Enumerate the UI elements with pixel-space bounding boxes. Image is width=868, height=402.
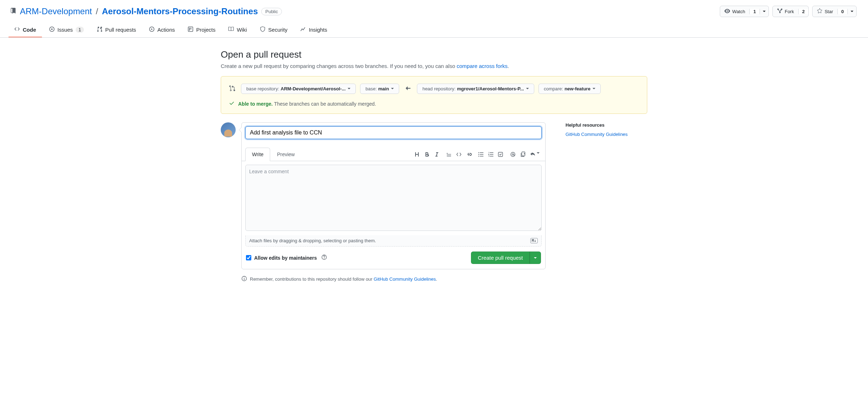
avatar[interactable] [221, 122, 236, 137]
markdown-icon[interactable]: M↓ [530, 238, 538, 243]
create-pr-button[interactable]: Create pull request [471, 252, 530, 264]
tab-insights-label: Insights [309, 27, 327, 33]
heading-icon[interactable] [414, 152, 420, 157]
breadcrumb: ARM-Development / Aerosol-Mentors-Proces… [20, 6, 258, 16]
watch-button[interactable]: Watch 1 [720, 6, 769, 17]
tab-wiki[interactable]: Wiki [223, 23, 252, 37]
desc-suffix: . [508, 63, 509, 69]
base-repo-label: base repository: [246, 86, 279, 91]
cross-reference-icon[interactable] [520, 152, 526, 157]
compare-forks-link[interactable]: compare across forks [457, 63, 508, 69]
bold-icon[interactable] [424, 152, 430, 157]
ordered-list-icon[interactable] [488, 152, 494, 157]
head-repo-label: head repository: [422, 86, 455, 91]
base-repo-value: ARM-Development/Aerosol-... [281, 86, 346, 91]
link-icon[interactable] [466, 152, 472, 157]
repo-actions: Watch 1 Fork 2 Star 0 [720, 6, 857, 17]
tab-code[interactable]: Code [9, 23, 42, 37]
attach-hint: Attach files by dragging & dropping, sel… [249, 238, 376, 243]
tab-issues-label: Issues [58, 27, 73, 33]
chevron-down-icon [391, 88, 394, 91]
base-branch-select[interactable]: base: main [360, 84, 399, 94]
allow-edits-checkbox[interactable] [246, 255, 251, 260]
star-label: Star [825, 9, 833, 14]
create-pr-dropdown[interactable] [530, 252, 541, 264]
head-repo-select[interactable]: head repository: mgrover1/Aerosol-Mentor… [417, 84, 534, 94]
fork-count[interactable]: 2 [798, 9, 808, 14]
chevron-down-icon [593, 88, 595, 91]
tab-security[interactable]: Security [254, 23, 293, 37]
watch-count[interactable]: 1 [749, 9, 759, 14]
compare-branch-label: compare: [544, 86, 563, 91]
preview-tab[interactable]: Preview [270, 148, 301, 161]
star-caret[interactable] [847, 9, 856, 14]
watch-caret[interactable] [760, 9, 768, 14]
svg-point-12 [324, 258, 325, 259]
svg-point-8 [511, 152, 515, 157]
issue-icon [49, 26, 55, 33]
head-repo-value: mgrover1/Aerosol-Mentors-P... [457, 86, 524, 91]
tab-actions[interactable]: Actions [143, 23, 181, 37]
fork-button[interactable]: Fork 2 [772, 6, 809, 17]
merge-able-text: Able to merge. [238, 101, 273, 107]
chevron-down-icon [348, 88, 350, 91]
play-icon [149, 26, 155, 33]
code-icon [14, 26, 20, 33]
merge-status: Able to merge. These branches can be aut… [229, 100, 639, 107]
attach-bar[interactable]: Attach files by dragging & dropping, sel… [245, 235, 542, 247]
tab-pull-requests[interactable]: Pull requests [91, 23, 142, 37]
sidebar-help-heading: Helpful resources [566, 122, 647, 128]
write-tab[interactable]: Write [245, 148, 270, 161]
svg-point-4 [478, 152, 479, 153]
italic-icon[interactable] [434, 152, 440, 157]
breadcrumb-repo-link[interactable]: Aerosol-Mentors-Processing-Routines [102, 6, 258, 16]
fork-icon [777, 8, 783, 15]
pull-request-icon [97, 26, 102, 33]
comment-textarea[interactable] [245, 165, 542, 231]
compare-row: base repository: ARM-Development/Aerosol… [229, 84, 639, 94]
tab-code-label: Code [23, 27, 36, 33]
footer-suffix: . [436, 276, 437, 282]
star-button[interactable]: Star 0 [812, 6, 857, 17]
allow-edits-checkbox-label[interactable]: Allow edits by maintainers [246, 254, 327, 261]
star-count[interactable]: 0 [837, 9, 847, 14]
base-repo-select[interactable]: base repository: ARM-Development/Aerosol… [241, 84, 356, 94]
repo-header: ARM-Development / Aerosol-Mentors-Proces… [0, 0, 868, 23]
book-icon [228, 26, 234, 33]
quote-icon[interactable] [446, 152, 452, 157]
pr-title-input[interactable] [245, 126, 542, 139]
repo-nav: Code Issues 1 Pull requests Actions Proj… [0, 23, 868, 38]
textarea-wrap [242, 161, 545, 236]
mention-icon[interactable] [510, 152, 516, 157]
fork-label: Fork [785, 9, 794, 14]
tab-projects-label: Projects [196, 27, 215, 33]
code-icon[interactable] [456, 152, 462, 157]
submit-group: Create pull request [471, 252, 541, 264]
compare-branch-select[interactable]: compare: new-feature [539, 84, 601, 94]
tasklist-icon[interactable] [498, 152, 504, 157]
visibility-badge: Public [261, 8, 282, 15]
sidebar-help: Helpful resources GitHub Community Guide… [566, 122, 647, 282]
form-card: Write Preview [241, 122, 546, 269]
svg-point-1 [51, 28, 53, 30]
main-container: Open a pull request Create a new pull re… [207, 38, 661, 294]
tab-insights[interactable]: Insights [295, 23, 333, 37]
base-branch-label: base: [365, 86, 377, 91]
graph-icon [300, 26, 306, 33]
base-branch-value: main [378, 86, 389, 91]
unordered-list-icon[interactable] [478, 152, 484, 157]
check-icon [229, 100, 235, 107]
sidebar-help-link[interactable]: GitHub Community Guidelines [566, 132, 628, 137]
breadcrumb-owner-link[interactable]: ARM-Development [20, 6, 92, 16]
footer-guidelines-link[interactable]: GitHub Community Guidelines [374, 276, 436, 282]
tab-pulls-label: Pull requests [105, 27, 136, 33]
compare-box: base repository: ARM-Development/Aerosol… [221, 76, 647, 114]
reply-icon[interactable] [530, 152, 540, 157]
tab-actions-label: Actions [157, 27, 175, 33]
tab-issues[interactable]: Issues 1 [43, 23, 90, 37]
tab-projects[interactable]: Projects [182, 23, 221, 37]
svg-point-6 [478, 155, 479, 156]
arrow-left-icon [405, 85, 411, 92]
help-icon[interactable] [321, 254, 327, 261]
repo-icon [10, 8, 16, 15]
